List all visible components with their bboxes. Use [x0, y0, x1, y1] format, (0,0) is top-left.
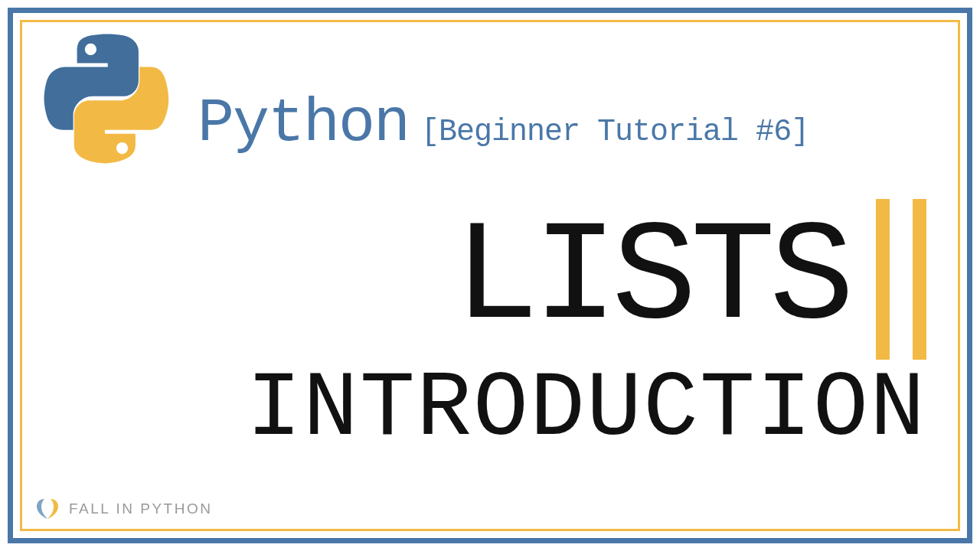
topic-heading: LISTS [454, 209, 848, 350]
topic-row: LISTS [454, 199, 926, 360]
brand-logo-icon [34, 497, 61, 520]
bar-icon [913, 199, 926, 360]
tutorial-subtitle: [Beginner Tutorial #6] [421, 115, 808, 149]
python-title: Python [198, 89, 409, 158]
subtopic-heading: INTRODUCTION [247, 364, 926, 455]
footer-brand: FALL IN PYTHON [34, 497, 212, 520]
python-logo-icon [35, 32, 181, 178]
header-text-row: Python [Beginner Tutorial #6] [198, 89, 808, 158]
decorative-bars [876, 199, 926, 360]
bar-icon [876, 199, 890, 360]
brand-name: FALL IN PYTHON [69, 500, 212, 517]
